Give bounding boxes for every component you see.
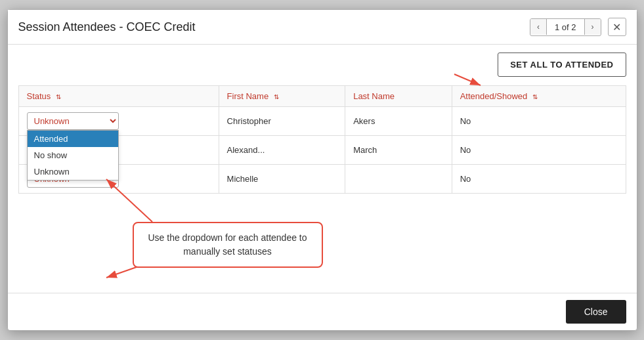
- row1-status-dropdown-container: Unknown Attended No show Attended No sho…: [27, 112, 211, 130]
- tooltip-dropdown-text: Use the dropdown for each attendee to ma…: [148, 232, 307, 257]
- row3-firstname: Michelle: [219, 165, 345, 194]
- pagination: ‹ 1 of 2 ›: [530, 18, 601, 36]
- svg-line-1: [454, 74, 481, 85]
- row2-attended: No: [452, 136, 626, 165]
- table-row: Unknown Attended No show Attended No sho…: [18, 107, 626, 136]
- header-controls: ‹ 1 of 2 › ✕: [530, 18, 626, 36]
- tooltip-dropdown: Use the dropdown for each attendee to ma…: [133, 222, 323, 268]
- modal-footer: Close: [8, 293, 637, 330]
- col-firstname: First Name ⇅: [219, 86, 345, 107]
- row3-attended: No: [452, 165, 626, 194]
- col-attended: Attended/Showed ⇅: [452, 86, 626, 107]
- row2-lastname: March: [345, 136, 452, 165]
- sort-firstname-icon: ⇅: [274, 93, 279, 100]
- row3-lastname: [345, 165, 452, 194]
- row1-dropdown-menu: Attended No show Unknown: [27, 130, 119, 181]
- set-all-attended-button[interactable]: SET ALL TO ATTENDED: [498, 53, 626, 77]
- pagination-next[interactable]: ›: [584, 19, 601, 35]
- row1-status-cell: Unknown Attended No show Attended No sho…: [18, 107, 219, 136]
- modal-close-button[interactable]: ✕: [608, 18, 626, 36]
- pagination-prev[interactable]: ‹: [530, 19, 547, 35]
- footer-close-button[interactable]: Close: [566, 300, 626, 324]
- row1-lastname: Akers: [345, 107, 452, 136]
- svg-line-5: [106, 255, 172, 278]
- col-lastname: Last Name: [345, 86, 452, 107]
- session-attendees-modal: Session Attendees - COEC Credit ‹ 1 of 2…: [7, 9, 637, 331]
- row2-firstname: Alexand...: [219, 136, 345, 165]
- dropdown-item-attended[interactable]: Attended: [28, 131, 118, 147]
- row1-firstname: Christopher: [219, 107, 345, 136]
- modal-title: Session Attendees - COEC Credit: [18, 20, 196, 34]
- col-status: Status ⇅: [18, 86, 219, 107]
- row1-attended: No: [452, 107, 626, 136]
- sort-attended-icon: ⇅: [532, 93, 538, 100]
- sort-status-icon: ⇅: [56, 93, 61, 100]
- dropdown-item-unknown[interactable]: Unknown: [28, 163, 118, 180]
- pagination-text: 1 of 2: [547, 19, 584, 35]
- modal-body: SET ALL TO ATTENDED Use this to change a…: [8, 45, 637, 293]
- attendees-table-container: Status ⇅ First Name ⇅ Last Name Attended…: [18, 85, 626, 194]
- attendees-table: Status ⇅ First Name ⇅ Last Name Attended…: [18, 85, 626, 194]
- dropdown-item-noshow[interactable]: No show: [28, 147, 118, 163]
- row1-status-select[interactable]: Unknown Attended No show: [27, 112, 119, 130]
- table-header-row: Status ⇅ First Name ⇅ Last Name Attended…: [18, 86, 626, 107]
- modal-header: Session Attendees - COEC Credit ‹ 1 of 2…: [8, 10, 637, 45]
